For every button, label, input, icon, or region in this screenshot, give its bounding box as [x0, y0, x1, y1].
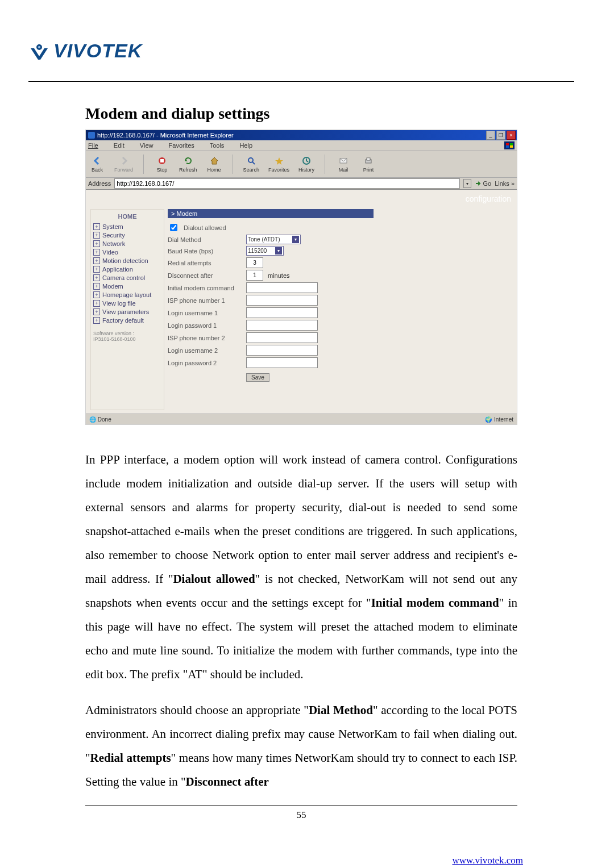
- page-body: configuration HOME +System +Security +Ne…: [86, 190, 517, 414]
- status-left-text: Done: [98, 416, 111, 423]
- login-pass-1-input[interactable]: [246, 320, 318, 331]
- page-banner: configuration: [466, 194, 511, 203]
- expand-icon: +: [93, 317, 100, 324]
- logo: VIVOTEK: [28, 40, 574, 62]
- sidebar-item-factory-default[interactable]: +Factory default: [93, 317, 161, 324]
- close-button[interactable]: ×: [507, 131, 516, 140]
- sidebar-item-label: Security: [102, 232, 125, 239]
- baud-rate-label: Baud Rate (bps): [168, 248, 242, 254]
- sidebar-item-label: Motion detection: [102, 257, 148, 264]
- row-login-pass-1: Login password 1: [168, 320, 510, 331]
- dialout-allowed-checkbox[interactable]: [170, 224, 177, 231]
- mail-label: Mail: [339, 167, 349, 173]
- sidebar-item-label: Homepage layout: [102, 291, 151, 298]
- favorites-icon: [274, 156, 284, 166]
- expand-icon: +: [93, 249, 100, 256]
- software-version-label: Software version :: [93, 331, 134, 336]
- section-heading: Modem and dialup settings: [85, 105, 517, 123]
- address-dropdown-icon[interactable]: ▾: [463, 179, 471, 188]
- search-button[interactable]: Search: [243, 156, 260, 173]
- maximize-button[interactable]: ❐: [496, 131, 505, 140]
- sidebar-item-label: Application: [102, 266, 133, 273]
- sidebar: HOME +System +Security +Network +Video +…: [90, 209, 164, 410]
- menu-view[interactable]: View: [140, 142, 160, 149]
- sidebar-item-system[interactable]: +System: [93, 223, 161, 230]
- search-icon: [246, 156, 256, 166]
- chevron-down-icon: ▾: [292, 236, 299, 243]
- baud-rate-select[interactable]: 115200 ▾: [246, 246, 284, 256]
- redial-input[interactable]: [246, 257, 263, 268]
- print-icon: [363, 156, 374, 166]
- disconnect-input[interactable]: [246, 270, 263, 281]
- login-pass-2-input[interactable]: [246, 357, 318, 368]
- row-isp-phone-1: ISP phone number 1: [168, 295, 510, 306]
- login-user-2-label: Login username 2: [168, 347, 242, 354]
- address-input[interactable]: [114, 178, 460, 189]
- sidebar-item-label: Network: [102, 240, 125, 247]
- init-cmd-input[interactable]: [246, 282, 318, 293]
- browser-screenshot: http://192.168.0.167/ - Microsoft Intern…: [85, 130, 517, 425]
- address-bar: Address ▾ Go Links »: [86, 178, 517, 190]
- print-label: Print: [363, 167, 374, 173]
- sidebar-item-homepage-layout[interactable]: +Homepage layout: [93, 291, 161, 298]
- sidebar-item-camera-control[interactable]: +Camera control: [93, 274, 161, 281]
- login-pass-2-label: Login password 2: [168, 360, 242, 366]
- go-button[interactable]: Go: [475, 180, 491, 187]
- row-baud-rate: Baud Rate (bps) 115200 ▾: [168, 246, 510, 256]
- dialout-allowed-label: Dialout allowed: [184, 224, 226, 231]
- svg-point-4: [248, 158, 253, 162]
- menu-favorites[interactable]: Favorites: [169, 142, 201, 149]
- row-dialout-allowed: Dialout allowed: [168, 222, 510, 233]
- svg-rect-3: [160, 159, 164, 162]
- login-user-1-label: Login username 1: [168, 310, 242, 316]
- ie-icon: [88, 132, 95, 139]
- print-button[interactable]: Print: [360, 156, 376, 173]
- footer-url-link[interactable]: www.vivotek.com: [453, 855, 524, 866]
- login-user-1-input[interactable]: [246, 307, 318, 318]
- sidebar-item-security[interactable]: +Security: [93, 232, 161, 239]
- expand-icon: +: [93, 257, 100, 264]
- disconnect-label: Disconnect after: [168, 272, 242, 279]
- toolbar-separator: [325, 155, 325, 174]
- save-button[interactable]: Save: [246, 373, 269, 382]
- menu-help[interactable]: Help: [239, 142, 259, 149]
- dial-method-label: Dial Method: [168, 236, 242, 243]
- sidebar-item-modem[interactable]: +Modem: [93, 283, 161, 290]
- stop-button[interactable]: Stop: [154, 156, 170, 173]
- toolbar-separator: [233, 155, 233, 174]
- refresh-button[interactable]: Refresh: [179, 156, 197, 173]
- sidebar-item-video[interactable]: +Video: [93, 249, 161, 256]
- forward-button[interactable]: Forward: [114, 156, 133, 173]
- minimize-button[interactable]: _: [486, 131, 495, 140]
- internet-zone-icon: 🌍: [485, 416, 492, 423]
- mail-button[interactable]: Mail: [335, 156, 351, 173]
- sidebar-item-network[interactable]: +Network: [93, 240, 161, 247]
- row-dial-method: Dial Method Tone (ATDT) ▾: [168, 235, 510, 244]
- header-divider: [28, 81, 574, 82]
- home-button[interactable]: Home: [206, 156, 222, 173]
- search-label: Search: [243, 167, 260, 173]
- software-version: Software version : IP3101-5168-0100: [93, 331, 161, 342]
- forward-arrow-icon: [119, 156, 129, 166]
- back-button[interactable]: Back: [89, 156, 105, 173]
- links-label[interactable]: Links »: [495, 180, 515, 187]
- sidebar-item-motion-detection[interactable]: +Motion detection: [93, 257, 161, 264]
- sidebar-home[interactable]: HOME: [93, 213, 161, 220]
- menu-tools[interactable]: Tools: [210, 142, 231, 149]
- sidebar-item-application[interactable]: +Application: [93, 266, 161, 273]
- login-user-2-input[interactable]: [246, 345, 318, 356]
- toolbar-separator: [143, 155, 144, 174]
- sidebar-item-view-parameters[interactable]: +View parameters: [93, 308, 161, 315]
- row-isp-phone-2: ISP phone number 2: [168, 332, 510, 343]
- menu-file[interactable]: File: [88, 142, 105, 149]
- sidebar-item-view-log-file[interactable]: +View log file: [93, 300, 161, 307]
- favorites-button[interactable]: Favorites: [268, 156, 289, 173]
- dial-method-select[interactable]: Tone (ATDT) ▾: [246, 235, 301, 244]
- isp-phone-2-label: ISP phone number 2: [168, 335, 242, 341]
- history-button[interactable]: History: [298, 156, 314, 173]
- menu-edit[interactable]: Edit: [114, 142, 131, 149]
- isp-phone-2-input[interactable]: [246, 332, 318, 343]
- isp-phone-1-input[interactable]: [246, 295, 318, 306]
- row-login-user-1: Login username 1: [168, 307, 510, 318]
- row-disconnect: Disconnect after minutes: [168, 270, 510, 281]
